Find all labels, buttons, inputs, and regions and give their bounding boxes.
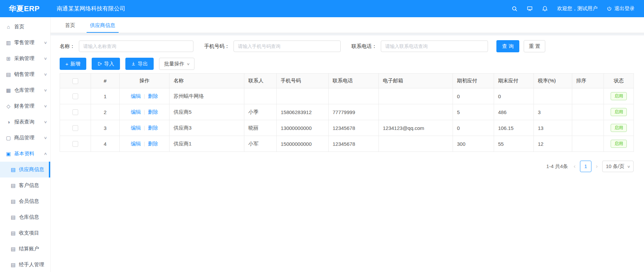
screen-icon[interactable]: [527, 6, 533, 12]
sidebar-item-4[interactable]: ▦仓库管理∨: [0, 82, 50, 98]
sidebar-item-7[interactable]: ▢商品管理∨: [0, 130, 50, 146]
cell-tel: 77779999: [329, 104, 379, 120]
cell-name: 供应商1: [170, 136, 244, 152]
chevron-down-icon: ∨: [44, 104, 48, 108]
tel-filter-input[interactable]: [381, 40, 488, 52]
page-size-value: 10 条/页: [606, 163, 624, 170]
table-row: 1编辑删除苏州蜗牛网络00启用: [60, 88, 634, 104]
sidebar-subitem-5[interactable]: ▤结算账户: [0, 241, 50, 257]
doc-icon: ▤: [10, 262, 17, 268]
add-button[interactable]: + 新增: [60, 58, 86, 70]
sidebar-item-2[interactable]: ⊞采购管理∨: [0, 51, 50, 66]
column-header: 联系电话: [329, 74, 379, 88]
row-index: 4: [91, 136, 120, 152]
sidebar-item-label: 首页: [14, 24, 47, 30]
delete-link[interactable]: 删除: [148, 125, 158, 131]
sidebar-subitem-6[interactable]: ▤经手人管理: [0, 257, 50, 272]
sidebar-item-0[interactable]: ⌂首页: [0, 19, 50, 35]
status-cell: 启用: [604, 104, 634, 120]
row-checkbox[interactable]: [72, 125, 78, 131]
purchase-icon: ⊞: [5, 56, 12, 62]
sidebar-subitem-0[interactable]: ▤供应商信息: [0, 162, 50, 178]
cell-tax: 12: [534, 136, 572, 152]
app-root: 华夏ERP 南通某某网络科技有限公司 欢迎您，测试用户 退出登录 ⌂首页▥零售管…: [0, 0, 644, 272]
logout-button[interactable]: 退出登录: [607, 5, 635, 12]
column-header: 期末应付: [494, 74, 534, 88]
edit-link[interactable]: 编辑: [131, 125, 141, 131]
page-size-select[interactable]: 10 条/页 ∨: [602, 161, 634, 172]
sidebar-item-1[interactable]: ▥零售管理∨: [0, 35, 50, 51]
table-header-row: #操作名称联系人手机号码联系电话电子邮箱期初应付期末应付税率(%)排序状态: [60, 74, 634, 88]
import-button[interactable]: 导入: [92, 58, 120, 70]
search-icon[interactable]: [512, 6, 518, 12]
prev-page-button[interactable]: ‹: [573, 163, 577, 170]
edit-link[interactable]: 编辑: [131, 141, 141, 146]
delete-link[interactable]: 删除: [148, 141, 158, 146]
sidebar-subitem-4[interactable]: ▤收支项目: [0, 225, 50, 241]
cell-tax: 3: [534, 104, 572, 120]
export-button[interactable]: 导出: [125, 58, 154, 70]
sidebar-item-label: 销售管理: [14, 71, 44, 78]
cell-contact: [244, 88, 277, 104]
bell-icon[interactable]: [542, 6, 548, 12]
chevron-down-icon: ∨: [44, 56, 48, 61]
delete-link[interactable]: 删除: [148, 109, 158, 115]
select-all-checkbox[interactable]: [72, 78, 78, 84]
sidebar-subitem-1[interactable]: ▤客户信息: [0, 178, 50, 193]
home-icon: ⌂: [5, 24, 12, 30]
page-number-button[interactable]: 1: [580, 161, 591, 172]
doc-icon: ▤: [10, 198, 17, 205]
mobile-filter-label: 手机号码：: [204, 43, 229, 50]
status-cell: 启用: [604, 120, 634, 136]
cell-email: [379, 104, 453, 120]
add-button-label: 新增: [70, 61, 81, 67]
doc-icon: ▤: [10, 230, 17, 236]
column-header: 联系人: [244, 74, 277, 88]
sidebar-item-label: 采购管理: [14, 55, 44, 62]
tab-0[interactable]: 首页: [62, 17, 79, 33]
cell-email: [379, 136, 453, 152]
cell-begin: 5: [453, 104, 494, 120]
doc-icon: ▤: [10, 183, 17, 189]
welcome-text: 欢迎您，测试用户: [557, 5, 597, 12]
batch-actions-label: 批量操作: [164, 61, 184, 67]
delete-link[interactable]: 删除: [148, 93, 158, 99]
edit-link[interactable]: 编辑: [131, 93, 141, 99]
name-filter-input[interactable]: [79, 40, 193, 52]
name-filter-label: 名称：: [60, 43, 75, 50]
sidebar-subitem-label: 收支项目: [19, 230, 48, 236]
goods-icon: ▢: [5, 135, 12, 141]
reset-button[interactable]: 重 置: [524, 40, 545, 52]
edit-link[interactable]: 编辑: [131, 109, 141, 115]
search-button[interactable]: 查 询: [496, 40, 519, 52]
select-all-cell: [60, 74, 91, 88]
row-checkbox[interactable]: [72, 93, 78, 99]
name-filter-group: 名称：: [60, 40, 193, 52]
sidebar-subitem-label: 会员信息: [19, 198, 48, 205]
sidebar-item-3[interactable]: ▤销售管理∨: [0, 66, 50, 82]
cell-tel: [329, 88, 379, 104]
filter-bar: 名称： 手机号码： 联系电话： 查 询 重 置: [60, 40, 644, 52]
status-badge: 启用: [611, 92, 627, 100]
cell-end: 486: [494, 104, 534, 120]
row-checkbox[interactable]: [72, 141, 78, 147]
actions-cell: 编辑删除: [120, 120, 170, 136]
cell-mobile: 13000000000: [277, 120, 329, 136]
row-checkbox[interactable]: [72, 109, 78, 115]
cell-sort: [572, 104, 604, 120]
batch-actions-button[interactable]: 批量操作 ∨: [159, 58, 194, 70]
sidebar-subitem-2[interactable]: ▤会员信息: [0, 193, 50, 209]
mobile-filter-input[interactable]: [234, 40, 341, 52]
doc-icon: ▤: [10, 214, 17, 220]
cell-tax: 13: [534, 120, 572, 136]
checkbox-cell: [60, 88, 91, 104]
sidebar-subitem-label: 客户信息: [19, 182, 48, 189]
next-page-button[interactable]: ›: [595, 163, 599, 170]
tab-1[interactable]: 供应商信息: [87, 17, 119, 33]
sidebar-item-5[interactable]: ◇财务管理∨: [0, 98, 50, 114]
sidebar-subitem-3[interactable]: ▤仓库信息: [0, 209, 50, 225]
sidebar-item-6[interactable]: ◑报表查询∨: [0, 114, 50, 130]
cell-email: [379, 88, 453, 104]
content-panel: 名称： 手机号码： 联系电话： 查 询 重 置: [51, 35, 644, 272]
sidebar-item-8[interactable]: ▣基本资料∧: [0, 146, 50, 162]
